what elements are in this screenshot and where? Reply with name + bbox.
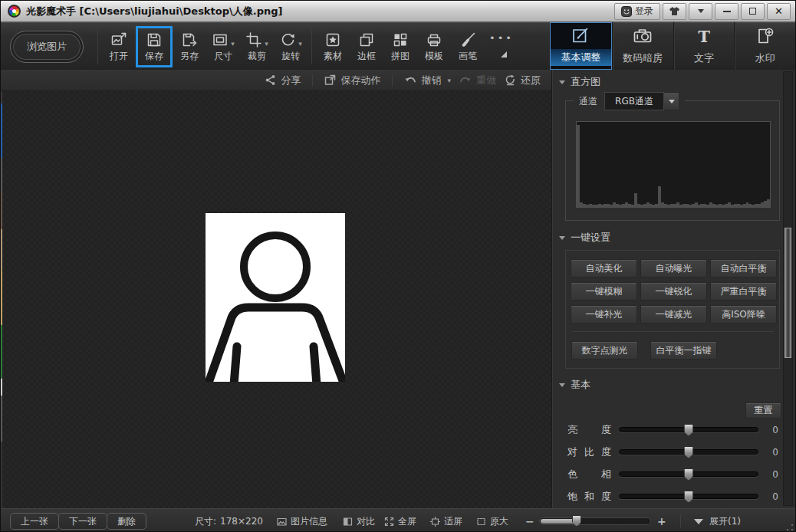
- template-button[interactable]: 模板: [417, 26, 451, 67]
- save-button[interactable]: 保存: [136, 26, 173, 67]
- reset-button[interactable]: 重置: [745, 402, 781, 419]
- histogram-section-header[interactable]: 直方图: [552, 71, 775, 93]
- fullscreen-icon: [384, 517, 394, 527]
- collage-grid-icon: [392, 31, 409, 48]
- histogram-groupbox: 通道 RGB通道: [565, 100, 780, 221]
- browse-images-button[interactable]: 浏览图片: [10, 31, 84, 63]
- open-button[interactable]: 打开: [102, 26, 136, 67]
- one-click-section-header[interactable]: 一键设置: [552, 227, 775, 248]
- maximize-icon: [749, 8, 756, 15]
- panel-scrollbar-thumb[interactable]: [784, 228, 791, 358]
- crop-dropdown-arrow[interactable]: ▾: [265, 40, 268, 48]
- status-bar: 上一张 下一张 删除 尺寸: 178×220 图片信息 对比 全屏: [1, 508, 795, 532]
- rotate-button[interactable]: ▾ 旋转: [274, 26, 308, 67]
- basic-sliders: 亮度 0 对比度 0 色相 0 饱和度 0: [567, 419, 791, 507]
- frame-button[interactable]: 边框: [350, 26, 383, 67]
- one-key-blur-button[interactable]: 一键模糊: [571, 282, 637, 300]
- text-T-icon: T: [694, 25, 714, 48]
- tab-digital-darkroom[interactable]: 数码暗房: [612, 22, 673, 70]
- undo-dropdown-arrow[interactable]: ▾: [447, 77, 451, 84]
- shirt-icon: [669, 6, 680, 16]
- zoom-in-button[interactable]: +: [657, 514, 666, 528]
- auto-white-balance-button[interactable]: 自动白平衡: [710, 259, 777, 277]
- brightness-slider-row: 亮度 0: [567, 419, 791, 441]
- original-size-button[interactable]: 原大: [476, 509, 508, 532]
- resize-dropdown-arrow[interactable]: ▾: [231, 40, 235, 48]
- saturation-slider-thumb[interactable]: [684, 491, 694, 503]
- tab-basic-adjust[interactable]: 基本调整: [550, 22, 612, 70]
- tab-text[interactable]: T 文字: [673, 22, 735, 70]
- hue-slider-thumb[interactable]: [684, 468, 694, 481]
- minimize-button[interactable]: [715, 3, 738, 20]
- maximize-button[interactable]: [741, 3, 765, 20]
- more-tools-button[interactable]: •••: [485, 26, 512, 67]
- svg-text:T: T: [698, 27, 710, 46]
- hue-slider[interactable]: [619, 471, 758, 477]
- photo-person-placeholder[interactable]: [206, 213, 345, 382]
- one-key-sharpen-button[interactable]: 一键锐化: [640, 282, 707, 300]
- brightness-slider[interactable]: [619, 427, 758, 432]
- skin-button[interactable]: [663, 3, 686, 20]
- save-as-icon: [181, 31, 198, 48]
- saturation-slider[interactable]: [619, 494, 758, 499]
- undo-button[interactable]: 撤销 ▾: [404, 74, 451, 87]
- previous-photo-button[interactable]: 上一张: [10, 513, 59, 530]
- white-balance-one-key-button[interactable]: 白平衡一指键: [650, 341, 717, 360]
- save-action-button[interactable]: 保存动作: [324, 74, 380, 87]
- window-menu-button[interactable]: [689, 3, 712, 20]
- resize-button[interactable]: ▾ 尺寸: [206, 26, 240, 67]
- redo-icon: [459, 74, 472, 86]
- undo-icon: [404, 74, 416, 86]
- one-key-fill-light-button[interactable]: 一键补光: [571, 305, 637, 323]
- panel-scrollbar[interactable]: [783, 71, 793, 506]
- crop-button[interactable]: ▾ 裁剪: [240, 26, 274, 67]
- material-button[interactable]: 素材: [316, 26, 350, 67]
- resize-grip[interactable]: [787, 524, 793, 530]
- zoom-slider-thumb[interactable]: [572, 515, 581, 527]
- contrast-slider-row: 对比度 0: [567, 441, 791, 463]
- auto-beautify-button[interactable]: 自动美化: [571, 259, 637, 277]
- basic-section-header[interactable]: 基本: [552, 374, 775, 396]
- brightness-slider-thumb[interactable]: [684, 424, 694, 436]
- close-button[interactable]: ✕: [767, 3, 791, 20]
- image-info-button[interactable]: 图片信息: [277, 509, 327, 532]
- image-canvas: [2, 91, 551, 508]
- severe-white-balance-button[interactable]: 严重白平衡: [710, 282, 777, 300]
- rotate-dropdown-arrow[interactable]: ▾: [298, 40, 302, 48]
- zoom-slider[interactable]: [539, 517, 651, 525]
- save-as-button[interactable]: 另存: [173, 26, 206, 67]
- one-key-dim-light-button[interactable]: 一键减光: [640, 305, 707, 323]
- channel-dropdown[interactable]: RGB通道: [604, 92, 679, 110]
- mode-tabs: 基本调整 数码暗房 T 文字 水印: [550, 22, 795, 70]
- channel-dropdown-button[interactable]: [664, 92, 679, 110]
- zoom-out-button[interactable]: −: [525, 514, 535, 528]
- fit-screen-button[interactable]: 适屏: [430, 509, 462, 532]
- compare-button[interactable]: 对比: [343, 509, 375, 532]
- image-size-readout: 尺寸: 178×220: [195, 509, 263, 532]
- collapse-triangle-icon: [559, 80, 565, 84]
- share-icon: [265, 74, 276, 86]
- brush-button[interactable]: 画笔: [451, 26, 485, 67]
- delete-photo-button[interactable]: 删除: [107, 513, 146, 530]
- expand-tray-button[interactable]: 展开(1): [694, 509, 741, 532]
- tab-watermark[interactable]: 水印: [734, 22, 795, 70]
- login-button[interactable]: 登录: [614, 3, 660, 20]
- saturation-slider-row: 饱和度 0: [567, 485, 791, 507]
- share-button[interactable]: 分享: [265, 74, 301, 87]
- fit-screen-icon: [430, 517, 440, 527]
- compare-icon: [343, 517, 353, 527]
- contrast-slider-thumb[interactable]: [684, 446, 694, 458]
- contrast-slider[interactable]: [619, 449, 758, 455]
- auto-exposure-button[interactable]: 自动曝光: [640, 259, 707, 277]
- watermark-plus-icon: [755, 25, 775, 48]
- histogram-display: [576, 121, 771, 208]
- collage-button[interactable]: 拼图: [383, 26, 417, 67]
- digital-spot-metering-button[interactable]: 数字点测光: [571, 341, 638, 360]
- brightness-label: 亮度: [567, 423, 611, 437]
- next-photo-button[interactable]: 下一张: [58, 513, 107, 530]
- high-iso-denoise-button[interactable]: 高ISO降噪: [710, 305, 777, 323]
- restore-button[interactable]: 还原: [505, 74, 541, 87]
- desktop-sliver-left: [1, 91, 2, 508]
- redo-button[interactable]: 重做: [459, 74, 496, 87]
- fullscreen-button[interactable]: 全屏: [384, 509, 416, 532]
